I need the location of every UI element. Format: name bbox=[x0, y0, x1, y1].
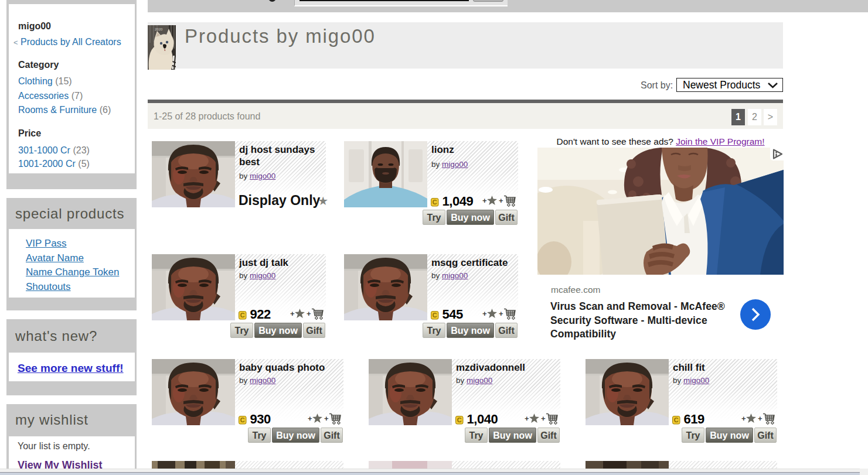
svg-text:+: + bbox=[499, 309, 503, 318]
svg-text:+: + bbox=[307, 309, 311, 318]
svg-text:+: + bbox=[308, 414, 312, 423]
svg-text:+: + bbox=[482, 309, 487, 318]
svg-text:+: + bbox=[541, 414, 546, 423]
svg-text:+: + bbox=[525, 414, 529, 423]
svg-text:+: + bbox=[482, 196, 487, 205]
svg-text:+: + bbox=[499, 196, 503, 205]
svg-text:+: + bbox=[758, 414, 763, 423]
svg-text:+: + bbox=[290, 309, 295, 318]
svg-text:+: + bbox=[741, 414, 746, 423]
svg-text:+: + bbox=[324, 414, 329, 423]
